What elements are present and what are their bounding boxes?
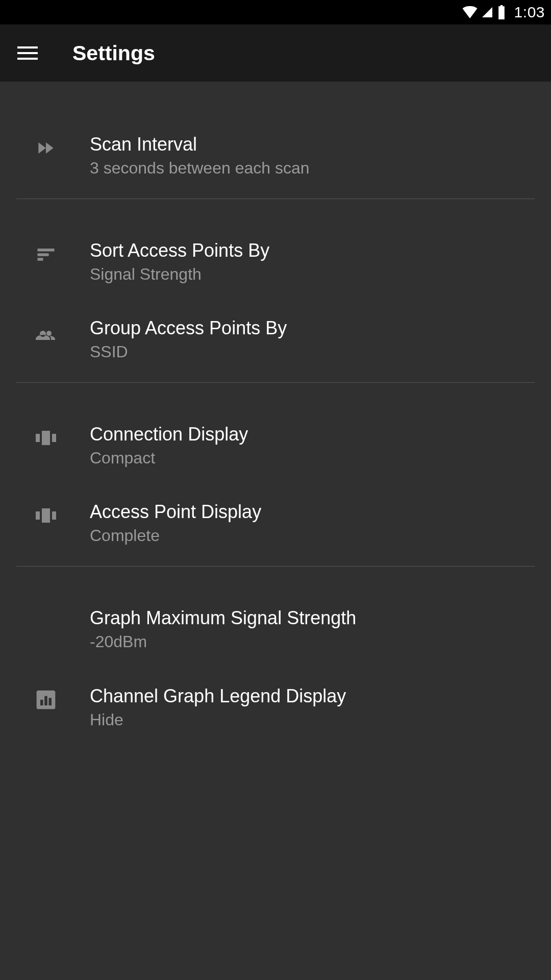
setting-connection-display[interactable]: Connection Display Compact xyxy=(0,423,551,469)
people-icon xyxy=(34,320,58,344)
setting-subtitle: Complete xyxy=(90,525,261,547)
setting-title: Group Access Points By xyxy=(90,316,287,339)
setting-subtitle: Compact xyxy=(90,448,248,469)
setting-channel-graph-legend[interactable]: Channel Graph Legend Display Hide xyxy=(0,684,551,731)
carousel-icon xyxy=(34,503,58,528)
svg-rect-3 xyxy=(49,698,52,705)
sort-icon xyxy=(34,242,58,266)
setting-sort-access-points[interactable]: Sort Access Points By Signal Strength xyxy=(0,239,551,285)
setting-graph-max-signal[interactable]: Graph Maximum Signal Strength -20dBm xyxy=(0,606,551,653)
setting-title: Graph Maximum Signal Strength xyxy=(90,606,356,629)
setting-title: Scan Interval xyxy=(90,133,310,156)
svg-rect-2 xyxy=(44,696,47,705)
setting-subtitle: Signal Strength xyxy=(90,264,269,285)
status-time: 1:03 xyxy=(514,4,545,21)
setting-group-access-points[interactable]: Group Access Points By SSID xyxy=(0,316,551,363)
setting-subtitle: Hide xyxy=(90,709,346,731)
setting-subtitle: 3 seconds between each scan xyxy=(90,158,310,179)
bar-chart-icon xyxy=(34,688,58,712)
wifi-icon xyxy=(462,6,478,18)
settings-list: Scan Interval 3 seconds between each sca… xyxy=(0,82,551,730)
battery-icon xyxy=(497,5,506,19)
svg-rect-1 xyxy=(40,700,43,705)
status-bar: 1:03 xyxy=(0,0,551,24)
carousel-icon xyxy=(34,426,58,450)
fast-forward-icon xyxy=(34,136,58,160)
app-bar: Settings xyxy=(0,24,551,82)
setting-title: Access Point Display xyxy=(90,500,261,523)
setting-scan-interval[interactable]: Scan Interval 3 seconds between each sca… xyxy=(0,133,551,179)
cell-signal-icon xyxy=(481,6,494,18)
setting-subtitle: SSID xyxy=(90,341,287,363)
setting-subtitle: -20dBm xyxy=(90,631,356,653)
menu-icon[interactable] xyxy=(17,42,40,64)
setting-access-point-display[interactable]: Access Point Display Complete xyxy=(0,500,551,547)
page-title: Settings xyxy=(72,41,155,65)
setting-title: Connection Display xyxy=(90,423,248,446)
setting-title: Channel Graph Legend Display xyxy=(90,684,346,707)
setting-title: Sort Access Points By xyxy=(90,239,269,262)
